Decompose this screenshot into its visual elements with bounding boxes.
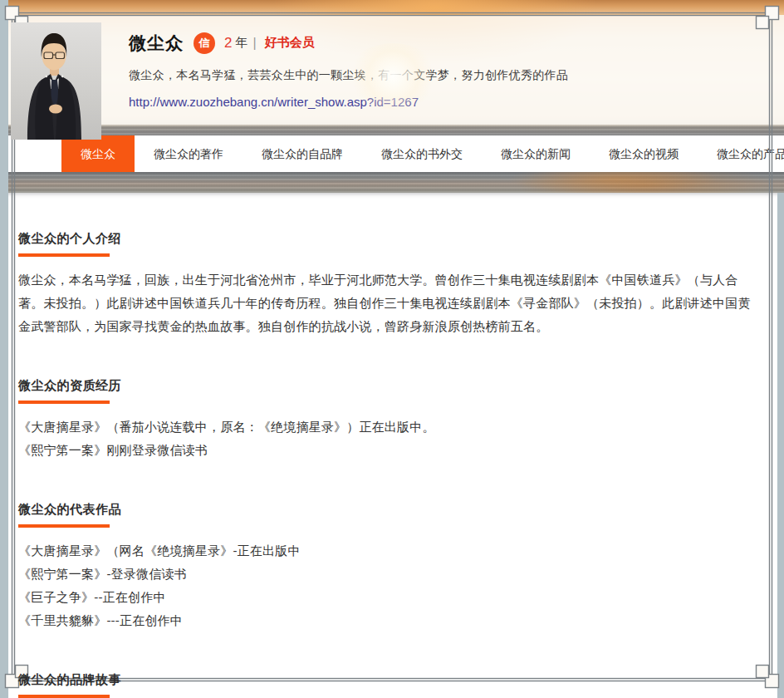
nav-tab-0[interactable]: 微尘众 bbox=[61, 135, 135, 172]
section-title: 微尘众的品牌故事 bbox=[18, 672, 757, 687]
nav-tab-3[interactable]: 微尘众的书外交 bbox=[362, 135, 482, 172]
section-text-line: 《熙宁第一案》-登录微信读书 bbox=[18, 563, 757, 586]
section-title-underline bbox=[18, 695, 110, 698]
section-text-line: 《巨子之争》--正在创作中 bbox=[18, 586, 757, 609]
main-content: 微尘众的个人介绍微尘众，本名马学猛，回族，出生于河北省沧州市，毕业于河北师范大学… bbox=[8, 193, 777, 698]
section-body: 微尘众，本名马学猛，回族，出生于河北省沧州市，毕业于河北师范大学。曾创作三十集电… bbox=[18, 268, 757, 338]
nav-tab-label: 微尘众的自品牌 bbox=[262, 147, 343, 160]
section-title-underline bbox=[18, 253, 110, 257]
name-row: 微尘众 信 2 年 | 好书会员 bbox=[129, 32, 784, 54]
section-title: 微尘众的代表作品 bbox=[18, 502, 757, 517]
section-title-underline bbox=[18, 524, 110, 528]
nav-tab-label: 微尘众的新闻 bbox=[501, 147, 571, 160]
content-section-2: 微尘众的代表作品《大唐摘星录》（网名《绝境摘星录》-正在出版中《熙宁第一案》-登… bbox=[18, 502, 757, 632]
content-section-1: 微尘众的资质经历《大唐摘星录》（番茄小说连载中，原名：《绝境摘星录》）正在出版中… bbox=[18, 378, 757, 462]
nav-tab-1[interactable]: 微尘众的著作 bbox=[135, 135, 243, 172]
section-title: 微尘众的个人介绍 bbox=[18, 231, 757, 246]
author-bio: 微尘众，本名马学猛，芸芸众生中的一颗尘埃，有一个文学梦，努力创作优秀的作品 bbox=[129, 68, 784, 83]
nav-tab-2[interactable]: 微尘众的自品牌 bbox=[243, 135, 362, 172]
xin-credit-badge-icon: 信 bbox=[194, 32, 215, 54]
nav-tab-6[interactable]: 微尘众的产品 bbox=[698, 135, 784, 172]
author-name: 微尘众 bbox=[129, 32, 184, 55]
section-body: 《大唐摘星录》（番茄小说连载中，原名：《绝境摘星录》）正在出版中。《熙宁第一案》… bbox=[18, 415, 757, 462]
content-section-3: 微尘众的品牌故事 bbox=[18, 672, 757, 698]
section-title: 微尘众的资质经历 bbox=[18, 378, 757, 393]
author-photo bbox=[11, 22, 101, 140]
membership-years-value: 2 bbox=[224, 35, 232, 52]
section-title-underline bbox=[18, 401, 110, 404]
section-text-line: 《大唐摘星录》（网名《绝境摘星录》-正在出版中 bbox=[18, 539, 757, 563]
nav-tab-label: 微尘众的著作 bbox=[154, 147, 223, 160]
section-text-line: 《熙宁第一案》刚刚登录微信读书 bbox=[18, 439, 757, 462]
profile-url-link[interactable]: http://www.zuozhebang.cn/writer_show.asp… bbox=[129, 95, 419, 109]
separator: | bbox=[252, 36, 256, 51]
section-text-line: 微尘众，本名马学猛，回族，出生于河北省沧州市，毕业于河北师范大学。曾创作三十集电… bbox=[18, 268, 757, 338]
nav-tab-4[interactable]: 微尘众的新闻 bbox=[482, 135, 590, 172]
nav-tab-label: 微尘众 bbox=[81, 147, 115, 160]
content-section-0: 微尘众的个人介绍微尘众，本名马学猛，回族，出生于河北省沧州市，毕业于河北师范大学… bbox=[18, 231, 757, 338]
nav-bar: 微尘众微尘众的著作微尘众的自品牌微尘众的书外交微尘众的新闻微尘众的视频微尘众的产… bbox=[8, 135, 784, 172]
membership-years-unit: 年 bbox=[235, 35, 247, 51]
membership-label: 好书会员 bbox=[265, 35, 315, 51]
section-text-line: 《千里共貔貅》---正在创作中 bbox=[18, 609, 757, 632]
section-body: 《大唐摘星录》（网名《绝境摘星录》-正在出版中《熙宁第一案》-登录微信读书《巨子… bbox=[18, 539, 757, 632]
nav-tab-label: 微尘众的产品 bbox=[717, 147, 784, 160]
profile-header: 微尘众 信 2 年 | 好书会员 微尘众，本名马学猛，芸芸众生中的一颗尘埃，有一… bbox=[8, 15, 784, 125]
nav-tab-label: 微尘众的视频 bbox=[609, 147, 679, 160]
nav-tab-5[interactable]: 微尘众的视频 bbox=[590, 135, 698, 172]
section-text-line: 《大唐摘星录》（番茄小说连载中，原名：《绝境摘星录》）正在出版中。 bbox=[18, 415, 757, 439]
nav-tab-label: 微尘众的书外交 bbox=[381, 147, 463, 160]
